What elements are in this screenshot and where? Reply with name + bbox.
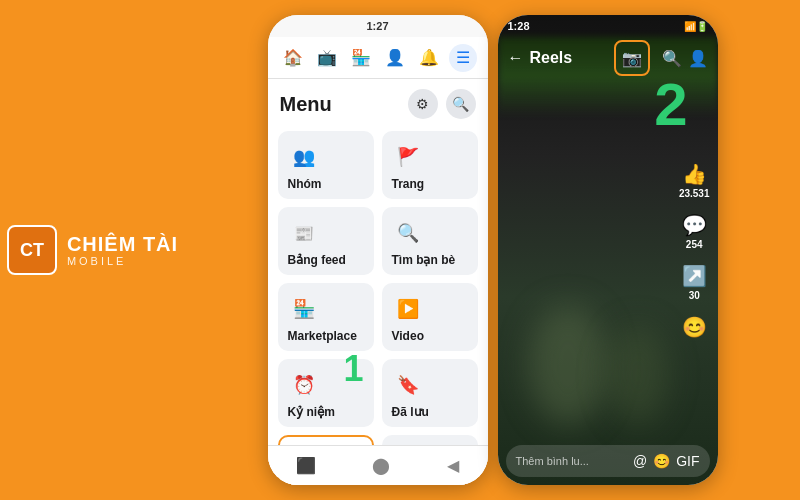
nav-profile-icon[interactable]: 👤 (381, 44, 409, 72)
brand-icon: CT (7, 225, 57, 275)
gif-icon[interactable]: GIF (676, 453, 699, 469)
bottom-circle-icon[interactable]: ⬤ (372, 456, 390, 475)
bangfeed-label: Bảng feed (288, 253, 364, 267)
menu-item-marketplace[interactable]: 🏪 Marketplace (278, 283, 374, 351)
brand-sub: MOBILE (67, 255, 178, 267)
brand-name: CHIÊM TÀI (67, 233, 178, 255)
menu-header: Menu ⚙ 🔍 (268, 79, 488, 125)
bottom-square-icon[interactable]: ⬛ (296, 456, 316, 475)
comment-placeholder: Thêm bình lu... (516, 455, 627, 467)
comment-count: 254 (686, 239, 703, 250)
reels-action-buttons: 👍 23.531 💬 254 ↗️ 30 😊 (679, 162, 710, 339)
timbanbe-label: Tìm bạn bè (392, 253, 468, 267)
settings-icon[interactable]: ⚙ (408, 89, 438, 119)
like-icon: 👍 (682, 162, 707, 186)
camera-button[interactable]: 📷 (614, 40, 650, 76)
person-silhouette-2 (608, 325, 668, 425)
comment-icon: 💬 (682, 213, 707, 237)
trang-icon: 🚩 (392, 141, 424, 173)
nav-marketplace-icon[interactable]: 🏪 (347, 44, 375, 72)
menu-item-daluu[interactable]: 🔖 Đã lưu (382, 359, 478, 427)
video-label: Video (392, 329, 468, 343)
marketplace-label: Marketplace (288, 329, 364, 343)
profile-header-icon[interactable]: 👤 (688, 49, 708, 68)
menu-item-trang[interactable]: 🚩 Trang (382, 131, 478, 199)
reels-status-icons: 📶🔋 (684, 21, 708, 32)
share-count: 30 (689, 290, 700, 301)
marketplace-icon: 🏪 (288, 293, 320, 325)
bottom-triangle-icon[interactable]: ◀ (447, 456, 459, 475)
daluu-icon: 🔖 (392, 369, 424, 401)
menu-item-timbanbe[interactable]: 🔍 Tìm bạn bè (382, 207, 478, 275)
search-icon[interactable]: 🔍 (446, 89, 476, 119)
reels-background: 1:28 📶🔋 ← Reels 📷 🔍 👤 2 (498, 15, 718, 485)
reels-header: ← Reels 📷 🔍 👤 (498, 37, 718, 79)
bangfeed-icon: 📰 (288, 217, 320, 249)
emoji-icon-1[interactable]: @ (633, 453, 647, 469)
phone-bottom-nav: ⬛ ⬤ ◀ (268, 445, 488, 485)
reels-status-bar: 1:28 📶🔋 (498, 15, 718, 37)
emoji-icon-2[interactable]: 😊 (653, 453, 670, 469)
nav-home-icon[interactable]: 🏠 (279, 44, 307, 72)
person-silhouette-1 (528, 305, 608, 425)
trang-label: Trang (392, 177, 468, 191)
share-action[interactable]: ↗️ 30 (682, 264, 707, 301)
camera-icon: 📷 (622, 49, 642, 68)
nhom-icon: 👥 (288, 141, 320, 173)
kyniem-label: Kỷ niệm (288, 405, 364, 419)
status-bar-left: 1:27 (268, 15, 488, 37)
like-count: 23.531 (679, 188, 710, 199)
menu-grid: 👥 Nhóm 🚩 Trang 📰 Bảng feed 🔍 Tìm bạn bè (268, 125, 488, 485)
menu-title: Menu (280, 93, 332, 116)
share-icon: ↗️ (682, 264, 707, 288)
nhom-label: Nhóm (288, 177, 364, 191)
phones-area: 1:27 🏠 📺 🏪 👤 🔔 ☰ Menu ⚙ 🔍 (185, 0, 800, 500)
step-1-indicator: 1 (343, 351, 363, 387)
menu-area: Menu ⚙ 🔍 👥 Nhóm 🚩 Trang (268, 79, 488, 485)
step-2-indicator: 2 (654, 70, 687, 139)
nav-bell-icon[interactable]: 🔔 (415, 44, 443, 72)
react-icon: 😊 (682, 315, 707, 339)
like-action[interactable]: 👍 23.531 (679, 162, 710, 199)
react-action[interactable]: 😊 (682, 315, 707, 339)
comment-action[interactable]: 💬 254 (682, 213, 707, 250)
search-header-icon[interactable]: 🔍 (662, 49, 682, 68)
reels-title: Reels (530, 49, 614, 67)
brand-area: CT CHIÊM TÀI MOBILE (0, 0, 185, 500)
nav-bar-left: 🏠 📺 🏪 👤 🔔 ☰ (268, 37, 488, 79)
comment-bar[interactable]: Thêm bình lu... @ 😊 GIF (506, 445, 710, 477)
reels-time: 1:28 (508, 20, 530, 32)
brand-text: CHIÊM TÀI MOBILE (67, 233, 178, 267)
menu-item-video[interactable]: ▶️ Video (382, 283, 478, 351)
reels-header-actions: 📷 🔍 👤 (614, 40, 708, 76)
nav-video-icon[interactable]: 📺 (313, 44, 341, 72)
daluu-label: Đã lưu (392, 405, 468, 419)
menu-header-icons: ⚙ 🔍 (408, 89, 476, 119)
timbanbe-icon: 🔍 (392, 217, 424, 249)
back-arrow-icon[interactable]: ← (508, 49, 524, 67)
brand-logo: CT CHIÊM TÀI MOBILE (7, 225, 178, 275)
nav-menu-icon[interactable]: ☰ (449, 44, 477, 72)
kyniem-icon: ⏰ (288, 369, 320, 401)
menu-item-nhom[interactable]: 👥 Nhóm (278, 131, 374, 199)
phone-left: 1:27 🏠 📺 🏪 👤 🔔 ☰ Menu ⚙ 🔍 (268, 15, 488, 485)
phone-right: 1:28 📶🔋 ← Reels 📷 🔍 👤 2 (498, 15, 718, 485)
menu-item-bangfeed[interactable]: 📰 Bảng feed (278, 207, 374, 275)
menu-item-kyniem[interactable]: ⏰ Kỷ niệm 1 (278, 359, 374, 427)
main-container: CT CHIÊM TÀI MOBILE 1:27 🏠 📺 🏪 👤 🔔 ☰ (0, 0, 800, 500)
video-icon: ▶️ (392, 293, 424, 325)
